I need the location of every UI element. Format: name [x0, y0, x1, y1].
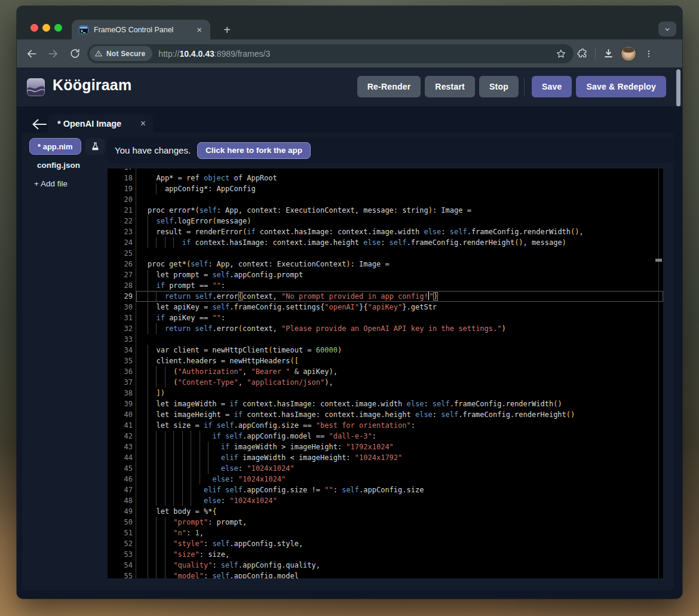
indent-guide	[148, 442, 148, 452]
code-line[interactable]: 31 if apiKey == "":	[108, 312, 663, 323]
code-line[interactable]: 36 ("Authorization", "Bearer " & apiKey)…	[108, 366, 663, 377]
code-line[interactable]: 35 client.headers = newHttpHeaders([	[108, 355, 663, 366]
line-code	[136, 334, 663, 345]
line-number: 26	[108, 259, 133, 269]
line-code: "style": self.appConfig.style,	[136, 538, 663, 549]
back-button[interactable]	[24, 46, 39, 62]
stop-button[interactable]: Stop	[479, 76, 519, 97]
indent-guide	[148, 538, 148, 549]
code-line[interactable]: 30 let apiKey = self.frameConfig.setting…	[108, 302, 663, 312]
code-line[interactable]: 18 App* = ref object of AppRoot	[108, 173, 663, 183]
line-number: 51	[108, 528, 133, 538]
url-bar[interactable]: Not Secure http://10.4.0.43:8989/frames/…	[87, 44, 574, 63]
code-line[interactable]: 26proc get*(self: App, context: Executio…	[108, 259, 663, 269]
editor-scrollbar-thumb[interactable]	[655, 259, 662, 262]
code-line[interactable]: 22 self.logError(message)	[108, 216, 663, 226]
code-line[interactable]: 54 "quality": self.appConfig.quality,	[108, 560, 663, 571]
indent-guide	[156, 571, 157, 578]
code-line[interactable]: 29 return self.error(context, "No prompt…	[108, 291, 663, 302]
sidebar-item-config-json[interactable]: config.json	[37, 161, 80, 170]
app-tab-close-icon[interactable]: ×	[140, 118, 146, 129]
code-line[interactable]: 32 return self.error(context, "Please pr…	[108, 323, 663, 334]
code-line[interactable]: 27 let prompt = self.appConfig.prompt	[108, 269, 663, 280]
indent-guide	[173, 452, 174, 463]
line-number: 37	[108, 377, 133, 388]
code-line[interactable]: 21proc error*(self: App, context: Execut…	[108, 205, 663, 216]
indent-guide	[182, 463, 183, 474]
indent-guide	[156, 549, 157, 560]
indent-guide	[165, 528, 165, 538]
back-to-frame-button[interactable]	[32, 118, 47, 131]
extensions-puzzle-icon[interactable]	[574, 45, 591, 63]
code-line[interactable]: 17	[108, 168, 663, 173]
code-line[interactable]: 42 if self.appConfig.model == "dall-e-3"…	[108, 431, 663, 442]
code-line[interactable]: 28 if prompt == "":	[108, 280, 663, 291]
code-line[interactable]: 40 let imageHeight = if context.hasImage…	[108, 409, 663, 420]
save-redeploy-button[interactable]: Save & Redeploy	[576, 76, 666, 97]
code-line[interactable]: 33	[108, 334, 663, 345]
re-render-button[interactable]: Re-Render	[357, 76, 421, 97]
downloads-icon[interactable]	[599, 45, 617, 63]
line-code: let imageHeight = if context.hasImage: c…	[136, 409, 663, 420]
code-line[interactable]: 37 ("Content-Type", "application/json"),	[108, 377, 663, 388]
window-close-button[interactable]	[30, 24, 38, 32]
indent-guide	[165, 549, 165, 560]
bookmark-star-icon[interactable]	[556, 48, 566, 59]
window-minimize-button[interactable]	[42, 24, 50, 32]
url-scheme: http://	[158, 49, 179, 59]
code-line[interactable]: 46 else: "1024x1024"	[108, 474, 663, 485]
code-line[interactable]: 44 elif imageWidth < imageHeight: "1024x…	[108, 452, 663, 463]
code-editor[interactable]: 1718 App* = ref object of AppRoot19 appC…	[108, 168, 663, 578]
flask-icon[interactable]	[85, 138, 105, 155]
line-code: let apiKey = self.frameConfig.settings{"…	[136, 302, 663, 312]
restart-button[interactable]: Restart	[425, 76, 475, 97]
code-line[interactable]: 24 if context.hasImage: context.image.he…	[108, 237, 663, 248]
code-line[interactable]: 55 "model": self.appConfig.model	[108, 571, 663, 578]
profile-avatar[interactable]	[620, 45, 637, 63]
code-line[interactable]: 52 "style": self.appConfig.style,	[108, 538, 663, 549]
code-line[interactable]: 41 let size = if self.appConfig.size == …	[108, 420, 663, 431]
sidebar-item-app-nim[interactable]: * app.nim	[29, 138, 81, 155]
not-secure-badge[interactable]: Not Secure	[90, 46, 152, 61]
code-line[interactable]: 43 if imageWidth > imageHeight: "1792x10…	[108, 442, 663, 452]
line-code	[136, 248, 663, 259]
tab-search-chevron-button[interactable]	[658, 22, 676, 36]
code-line[interactable]: 50 "prompt": prompt,	[108, 517, 663, 528]
indent-guide	[173, 485, 174, 495]
line-number: 45	[108, 463, 133, 474]
indent-guide	[165, 517, 165, 528]
code-line[interactable]: 23 result = renderError(if context.hasIm…	[108, 226, 663, 237]
code-line[interactable]: 20	[108, 194, 663, 205]
save-button[interactable]: Save	[532, 76, 572, 97]
fork-app-button[interactable]: Click here to fork the app	[197, 142, 311, 159]
code-line[interactable]: 48 else: "1024x1024"	[108, 495, 663, 506]
line-number: 24	[108, 237, 133, 248]
code-line[interactable]: 53 "size": size,	[108, 549, 663, 560]
code-line[interactable]: 51 "n": 1,	[108, 528, 663, 538]
code-line[interactable]: 38 ])	[108, 388, 663, 399]
tab-favicon	[79, 26, 88, 34]
indent-guide	[165, 474, 165, 485]
add-file-button[interactable]: + Add file	[34, 179, 68, 188]
browser-tab[interactable]: FrameOS Control Panel ×	[72, 20, 210, 39]
forward-button[interactable]	[45, 46, 61, 62]
code-line[interactable]: 49 let body = %*{	[108, 506, 663, 517]
window-zoom-button[interactable]	[54, 24, 62, 32]
indent-guide	[148, 302, 148, 312]
indent-guide	[148, 388, 148, 399]
indent-guide	[148, 452, 148, 463]
code-line[interactable]: 39 let imageWidth = if context.hasImage:…	[108, 399, 663, 409]
app-tab-openai-image[interactable]: * OpenAI Image ×	[48, 114, 153, 133]
code-line[interactable]: 47 elif self.appConfig.size != "": self.…	[108, 485, 663, 495]
line-code: result = renderError(if context.hasImage…	[136, 226, 663, 237]
tab-close-icon[interactable]: ×	[194, 24, 204, 35]
new-tab-button[interactable]: +	[219, 22, 235, 38]
browser-menu-kebab-icon[interactable]	[640, 45, 658, 63]
code-line[interactable]: 45 else: "1024x1024"	[108, 463, 663, 474]
line-code: if imageWidth > imageHeight: "1792x1024"	[136, 442, 663, 452]
page-scrollbar-thumb[interactable]	[676, 69, 680, 106]
code-line[interactable]: 34 var client = newHttpClient(timeout = …	[108, 345, 663, 355]
reload-button[interactable]	[67, 46, 82, 62]
code-line[interactable]: 25	[108, 248, 663, 259]
code-line[interactable]: 19 appConfig*: AppConfig	[108, 183, 663, 194]
